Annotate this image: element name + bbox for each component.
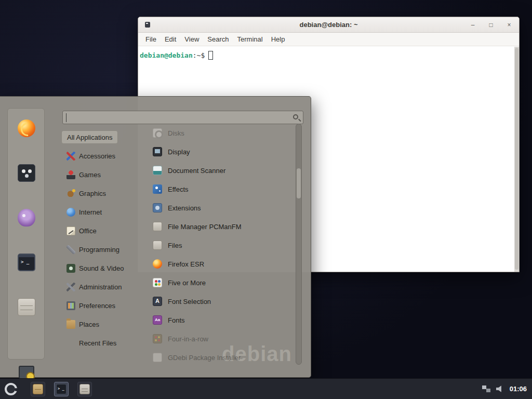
app-fonts[interactable]: Fonts bbox=[145, 311, 297, 329]
clock[interactable]: 01:06 bbox=[510, 385, 527, 393]
terminal-icon[interactable] bbox=[18, 254, 35, 271]
category-graphics[interactable]: Graphics bbox=[61, 184, 111, 203]
category-accessories[interactable]: Accessories bbox=[61, 147, 121, 165]
category-label: Sound & Video bbox=[79, 264, 124, 272]
category-label: Programming bbox=[79, 246, 119, 254]
category-label: Office bbox=[79, 227, 97, 235]
four-in-a-row-icon bbox=[153, 334, 162, 343]
accessories-icon bbox=[66, 152, 75, 161]
app-label: GDebi Package Installer bbox=[168, 354, 241, 362]
app-label: Extensions bbox=[168, 204, 201, 212]
effects-icon bbox=[153, 184, 162, 194]
category-programming[interactable]: Programming bbox=[61, 240, 125, 259]
administration-icon bbox=[66, 283, 75, 291]
display-icon bbox=[153, 147, 162, 156]
firefox-icon bbox=[153, 259, 162, 269]
app-effects[interactable]: Effects bbox=[145, 180, 297, 198]
network-icon[interactable] bbox=[482, 385, 490, 392]
app-font-selection[interactable]: Font Selection bbox=[145, 292, 297, 311]
app-four-in-a-row[interactable]: Four-in-a-row bbox=[145, 329, 297, 348]
terminal-scrollbar-thumb[interactable] bbox=[515, 48, 518, 270]
app-file-manager-pcmanfm[interactable]: File Manager PCManFM bbox=[145, 217, 297, 236]
app-label: Effects bbox=[168, 185, 189, 193]
terminal-titlebar[interactable]: debian@debian: ~ – □ × bbox=[138, 17, 519, 33]
system-tray: 01:06 bbox=[482, 385, 532, 393]
prompt-user: debian@debian bbox=[140, 51, 193, 59]
menu-help[interactable]: Help bbox=[267, 35, 289, 43]
menu-file[interactable]: File bbox=[141, 35, 161, 43]
terminal-cursor bbox=[208, 51, 213, 60]
apps-scrollbar-thumb[interactable] bbox=[297, 168, 301, 198]
internet-icon bbox=[66, 208, 75, 217]
app-label: Disks bbox=[168, 129, 184, 137]
photos-icon[interactable] bbox=[18, 164, 35, 182]
app-gdebi-package-installer[interactable]: GDebi Package Installer bbox=[145, 348, 297, 367]
pidgin-icon[interactable] bbox=[18, 209, 35, 227]
app-files[interactable]: Files bbox=[145, 236, 297, 255]
app-extensions[interactable]: Extensions bbox=[145, 198, 297, 217]
volume-icon[interactable] bbox=[496, 385, 504, 393]
file-cabinet-icon bbox=[153, 241, 162, 250]
category-sound-video[interactable]: Sound & Video bbox=[61, 259, 129, 277]
graphics-icon bbox=[66, 189, 75, 198]
terminal-title: debian@debian: ~ bbox=[138, 17, 519, 33]
category-places[interactable]: Places bbox=[61, 315, 104, 334]
category-label: Graphics bbox=[79, 190, 106, 197]
application-list: Disks Display Document Scanner Effects E… bbox=[145, 124, 297, 367]
category-internet[interactable]: Internet bbox=[61, 203, 107, 221]
category-administration[interactable]: Administration bbox=[61, 277, 127, 296]
app-disks[interactable]: Disks bbox=[145, 124, 297, 142]
category-label: Games bbox=[79, 171, 101, 179]
app-five-or-more[interactable]: Five or More bbox=[145, 273, 297, 292]
taskbar-file-manager-button[interactable] bbox=[31, 382, 45, 396]
menu-edit[interactable]: Edit bbox=[161, 35, 180, 43]
extensions-icon bbox=[153, 203, 162, 212]
places-icon bbox=[66, 320, 75, 329]
category-preferences[interactable]: Preferences bbox=[61, 296, 121, 315]
category-recent-files[interactable]: Recent Files bbox=[61, 334, 122, 352]
category-office[interactable]: Office bbox=[61, 221, 102, 240]
terminal-menubar: File Edit View Search Terminal Help bbox=[138, 33, 519, 46]
app-document-scanner[interactable]: Document Scanner bbox=[145, 161, 297, 180]
category-games[interactable]: Games bbox=[61, 165, 106, 184]
menu-terminal[interactable]: Terminal bbox=[233, 35, 267, 43]
app-label: Five or More bbox=[168, 279, 206, 287]
preferences-icon bbox=[66, 301, 75, 310]
firefox-icon[interactable] bbox=[18, 119, 35, 137]
category-label: Places bbox=[79, 321, 99, 328]
category-label: All Applications bbox=[67, 134, 112, 141]
application-menu: All Applications Accessories Games Graph… bbox=[0, 96, 311, 378]
terminal-scrollbar[interactable] bbox=[514, 47, 519, 272]
app-label: Files bbox=[168, 242, 182, 249]
menu-logo-icon bbox=[5, 383, 17, 395]
search-input[interactable] bbox=[63, 111, 303, 124]
menu-button[interactable] bbox=[0, 379, 22, 399]
app-display[interactable]: Display bbox=[145, 142, 297, 161]
category-list: All Applications Accessories Games Graph… bbox=[61, 128, 144, 352]
search-bar bbox=[62, 111, 303, 124]
sound-video-icon bbox=[66, 264, 75, 273]
search-icon bbox=[293, 114, 298, 119]
app-label: Firefox ESR bbox=[168, 260, 204, 268]
minimize-button[interactable]: – bbox=[469, 21, 476, 29]
files-icon[interactable] bbox=[18, 298, 35, 316]
favorites-panel bbox=[7, 108, 45, 360]
file-manager-icon bbox=[33, 384, 43, 394]
close-button[interactable]: × bbox=[506, 21, 513, 29]
menu-view[interactable]: View bbox=[180, 35, 203, 43]
maximize-button[interactable]: □ bbox=[487, 21, 495, 29]
terminal-prompt: debian@debian:~$ bbox=[138, 47, 519, 60]
category-label: Preferences bbox=[79, 302, 115, 310]
office-icon bbox=[66, 227, 75, 235]
app-label: Display bbox=[168, 148, 190, 156]
file-cabinet-icon bbox=[153, 222, 162, 231]
taskbar-files-button[interactable] bbox=[77, 382, 92, 396]
files-icon bbox=[79, 384, 90, 394]
prompt-path: :~$ bbox=[193, 51, 205, 59]
taskbar-terminal-button[interactable] bbox=[54, 382, 69, 396]
programming-icon bbox=[66, 245, 75, 254]
category-all-applications[interactable]: All Applications bbox=[61, 130, 118, 144]
menu-search[interactable]: Search bbox=[203, 35, 233, 43]
app-firefox-esr[interactable]: Firefox ESR bbox=[145, 255, 297, 273]
app-label: Font Selection bbox=[168, 298, 211, 305]
